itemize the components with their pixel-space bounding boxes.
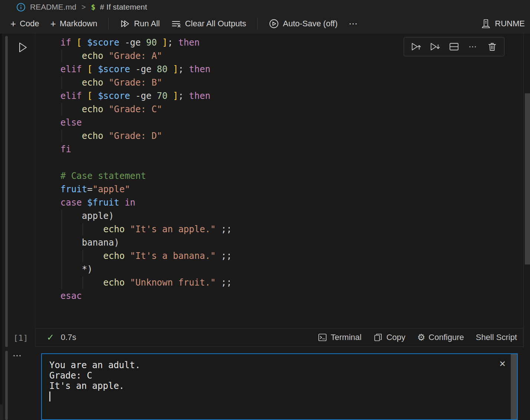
code-line: *)	[60, 263, 232, 276]
code-line: elif [ $score -ge 80 ]; then	[60, 63, 232, 76]
output-scrollbar[interactable]	[511, 354, 517, 419]
code-line: case $fruit in	[60, 196, 232, 209]
execute-below-button[interactable]	[427, 39, 443, 55]
toolbar-separator	[257, 17, 258, 30]
editor-scrollbar[interactable]	[525, 93, 530, 264]
run-all-button[interactable]: Run All	[120, 19, 160, 29]
output-line: It's an apple.	[49, 381, 140, 391]
run-cell-button[interactable]	[16, 40, 29, 55]
indent-guide	[62, 50, 62, 62]
editor-right-border	[523, 33, 524, 348]
run-all-icon	[120, 19, 130, 29]
code-line: apple)	[60, 209, 232, 223]
add-markdown-cell-button[interactable]: + Markdown	[50, 19, 97, 29]
output-text[interactable]: You are an adult.Grade: CIt's an apple.	[49, 360, 140, 401]
code-line: echo "Unknown fruit." ;;	[60, 276, 232, 289]
left-edge-scrollbar[interactable]	[0, 404, 3, 420]
code-editor[interactable]: if [ $score -ge 90 ]; then echo "Grade: …	[60, 36, 232, 329]
run-all-label: Run All	[134, 19, 160, 29]
execution-duration: 0.7s	[61, 333, 76, 342]
auto-save-label: Auto-Save (off)	[283, 19, 338, 29]
clear-all-outputs-label: Clear All Outputs	[185, 19, 246, 29]
cell-more-actions-button[interactable]: ⋯	[465, 39, 481, 55]
output-terminal[interactable]: ✕ You are an adult.Grade: CIt's an apple…	[41, 353, 518, 420]
plus-icon: +	[10, 19, 16, 29]
terminal-label: Terminal	[331, 333, 361, 342]
output-more-actions-button[interactable]: ⋯	[13, 350, 23, 361]
notebook-toolbar: + Code + Markdown Run All	[0, 14, 530, 33]
terminal-cursor	[49, 391, 50, 401]
language-label: Shell Script	[476, 333, 517, 342]
add-markdown-label: Markdown	[60, 19, 97, 29]
configure-button[interactable]: ⚙ Configure	[417, 333, 464, 342]
auto-save-icon	[269, 19, 279, 29]
add-code-cell-button[interactable]: + Code	[10, 19, 39, 29]
code-line: # Case statement	[60, 169, 232, 183]
terminal-icon	[318, 333, 327, 342]
breadcrumb-section[interactable]: # If statement	[100, 3, 147, 11]
indent-guide	[62, 130, 62, 142]
cell-focus-bar[interactable]	[5, 36, 8, 347]
code-line: echo "It's a banana." ;;	[60, 249, 232, 263]
runme-icon	[481, 19, 491, 29]
copy-icon	[373, 333, 383, 342]
split-cell-button[interactable]	[446, 39, 462, 55]
breadcrumb-file[interactable]: README.md	[30, 3, 76, 11]
notebook-body: [1] if [ $score -ge 90 ]; then echo "Gra…	[0, 33, 530, 420]
code-line: echo "Grade: C"	[60, 103, 232, 116]
configure-label: Configure	[428, 333, 464, 342]
code-line: banana)	[60, 236, 232, 249]
runme-button[interactable]: RUNME	[481, 19, 525, 29]
language-mode-picker[interactable]: Shell Script	[476, 333, 517, 342]
gear-icon: ⚙	[417, 333, 425, 342]
add-code-label: Code	[20, 19, 39, 29]
code-line: fruit="apple"	[60, 183, 232, 196]
clear-all-outputs-button[interactable]: Clear All Outputs	[171, 19, 246, 29]
output-line: Grade: C	[49, 370, 140, 381]
code-line: echo "It's an apple." ;;	[60, 223, 232, 236]
terminal-button[interactable]: Terminal	[318, 333, 361, 342]
notebook-window: README.md > $ # If statement + Code + Ma…	[0, 0, 530, 420]
close-output-icon[interactable]: ✕	[499, 359, 506, 369]
code-line: else	[60, 116, 232, 129]
left-edge-strip	[0, 33, 3, 420]
code-line: echo "Grade: A"	[60, 49, 232, 63]
delete-cell-button[interactable]	[484, 39, 500, 55]
code-line: echo "Grade: D"	[60, 129, 232, 143]
toolbar-more-actions-button[interactable]: ⋯	[349, 19, 359, 29]
clear-all-outputs-icon	[171, 19, 181, 29]
code-line	[60, 316, 232, 329]
indent-guide	[62, 103, 62, 116]
toolbar-separator	[108, 17, 109, 30]
indent-guide	[83, 250, 83, 262]
code-line: fi	[60, 143, 232, 156]
breadcrumb-chevron-icon: >	[82, 3, 86, 11]
execute-above-button[interactable]	[408, 39, 424, 55]
code-line: echo "Grade: B"	[60, 76, 232, 89]
cell-status-bar: ✓ 0.7s Terminal	[35, 328, 523, 347]
code-line: if [ $score -ge 90 ]; then	[60, 36, 232, 49]
copy-button[interactable]: Copy	[373, 333, 405, 342]
code-line: elif [ $score -ge 70 ]; then	[60, 89, 232, 103]
output-line: You are an adult.	[49, 360, 140, 370]
cell-toolbar: ⋯	[404, 37, 504, 56]
indent-guide	[83, 276, 83, 289]
auto-save-button[interactable]: Auto-Save (off)	[269, 19, 338, 29]
indent-guide	[62, 76, 62, 89]
info-icon[interactable]	[16, 3, 26, 12]
plus-icon: +	[50, 19, 56, 29]
output-focus-bar[interactable]	[5, 351, 8, 420]
breadcrumb-shell-symbol: $	[91, 3, 96, 11]
code-line	[60, 303, 232, 316]
execution-count: [1]	[13, 333, 28, 343]
indent-guide	[62, 210, 62, 290]
cell-left-border	[35, 33, 35, 327]
breadcrumb: README.md > $ # If statement	[0, 0, 530, 14]
code-line	[60, 156, 232, 169]
indent-guide	[83, 223, 83, 236]
runme-label: RUNME	[495, 19, 525, 29]
success-check-icon: ✓	[47, 332, 54, 343]
code-line: esac	[60, 289, 232, 303]
copy-label: Copy	[386, 333, 405, 342]
